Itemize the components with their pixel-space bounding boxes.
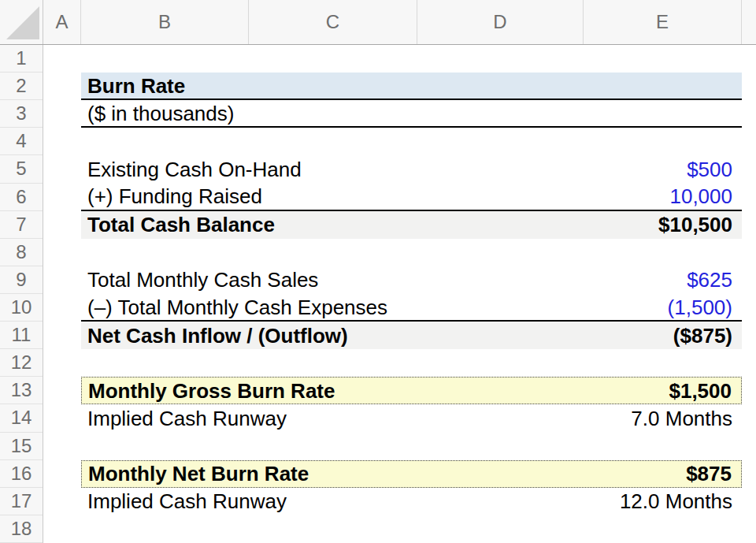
row-header-15[interactable]: 15 <box>0 433 43 460</box>
sheet-row-3: ($ in thousands) <box>43 100 756 128</box>
sheet-row-11: Net Cash Inflow / (Outflow) ($875) <box>43 322 756 349</box>
column-header-filler <box>742 0 756 44</box>
sheet-row-10: (–) Total Monthly Cash Expenses (1,500) <box>43 294 756 322</box>
sheet-row-7: Total Cash Balance $10,500 <box>43 211 756 239</box>
sheet-row-8[interactable] <box>43 239 756 266</box>
row-strip-monthly-expenses: (–) Total Monthly Cash Expenses (1,500) <box>81 294 742 322</box>
sheet-row-17: Implied Cash Runway 12.0 Months <box>43 488 756 515</box>
row-header-1[interactable]: 1 <box>0 45 43 73</box>
row-header-3[interactable]: 3 <box>0 100 43 128</box>
cell-existing-cash-value[interactable]: $500 <box>687 159 742 180</box>
sheet-row-6: (+) Funding Raised 10,000 <box>43 184 756 211</box>
sheet-row-16: Monthly Net Burn Rate $875 <box>43 460 756 488</box>
cell-monthly-sales-value[interactable]: $625 <box>687 270 742 290</box>
row-header-12[interactable]: 12 <box>0 349 43 377</box>
row-header-2[interactable]: 2 <box>0 73 43 100</box>
row-header-9[interactable]: 9 <box>0 266 43 294</box>
row-header-11[interactable]: 11 <box>0 322 43 349</box>
row-header-8[interactable]: 8 <box>0 239 43 266</box>
row-strip-funding-raised: (+) Funding Raised 10,000 <box>81 184 742 211</box>
cell-net-runway-label[interactable]: Implied Cash Runway <box>81 491 620 511</box>
cell-net-runway-value[interactable]: 12.0 Months <box>620 491 742 511</box>
cell-net-cash-value[interactable]: ($875) <box>673 325 742 346</box>
row-header-17[interactable]: 17 <box>0 488 43 515</box>
row-header-7[interactable]: 7 <box>0 211 43 239</box>
cell-gross-burn-value[interactable]: $1,500 <box>669 381 741 401</box>
cell-units-subtitle[interactable]: ($ in thousands) <box>81 103 742 124</box>
row-strip-total-cash: Total Cash Balance $10,500 <box>81 211 742 239</box>
row-header-4[interactable]: 4 <box>0 128 43 155</box>
sheet-row-5: Existing Cash On-Hand $500 <box>43 155 756 183</box>
row-header-14[interactable]: 14 <box>0 404 43 432</box>
column-header-a[interactable]: A <box>43 0 81 44</box>
row-header-6[interactable]: 6 <box>0 184 43 211</box>
sheet-row-1[interactable] <box>43 45 756 73</box>
cell-burn-rate-title[interactable]: Burn Rate <box>81 76 742 96</box>
row-strip-existing-cash: Existing Cash On-Hand $500 <box>81 155 742 183</box>
select-all-triangle-icon <box>6 6 39 39</box>
sheet-row-9: Total Monthly Cash Sales $625 <box>43 266 756 294</box>
column-header-strip: A B C D E <box>0 0 756 45</box>
sheet-row-12[interactable] <box>43 349 756 377</box>
row-strip-net-burn: Monthly Net Burn Rate $875 <box>81 460 742 488</box>
sheet-row-4[interactable] <box>43 128 756 155</box>
sheet-row-2: Burn Rate <box>43 73 756 100</box>
column-header-e[interactable]: E <box>584 0 742 44</box>
column-header-c[interactable]: C <box>249 0 417 44</box>
sheet-body: 1 2 3 4 5 6 7 8 9 10 11 12 13 14 15 16 1… <box>0 45 756 543</box>
row-strip-net-runway: Implied Cash Runway 12.0 Months <box>81 488 742 515</box>
sheet-row-18[interactable] <box>43 515 756 543</box>
cell-gross-runway-value[interactable]: 7.0 Months <box>631 408 742 429</box>
row-strip-title: Burn Rate <box>81 73 742 100</box>
row-strip-net-cash: Net Cash Inflow / (Outflow) ($875) <box>81 322 742 349</box>
cell-total-cash-label[interactable]: Total Cash Balance <box>81 214 658 235</box>
cell-existing-cash-label[interactable]: Existing Cash On-Hand <box>81 159 687 180</box>
cell-net-burn-label[interactable]: Monthly Net Burn Rate <box>82 463 686 484</box>
row-strip-gross-runway: Implied Cash Runway 7.0 Months <box>81 404 742 432</box>
row-header-16[interactable]: 16 <box>0 460 43 488</box>
cell-net-burn-value[interactable]: $875 <box>686 463 741 484</box>
cell-monthly-expenses-label[interactable]: (–) Total Monthly Cash Expenses <box>81 297 668 318</box>
row-strip-gross-burn: Monthly Gross Burn Rate $1,500 <box>81 377 742 404</box>
row-header-5[interactable]: 5 <box>0 155 43 183</box>
cell-total-cash-value[interactable]: $10,500 <box>658 214 742 235</box>
cell-gross-burn-label[interactable]: Monthly Gross Burn Rate <box>82 381 669 401</box>
row-strip-monthly-sales: Total Monthly Cash Sales $625 <box>81 266 742 294</box>
cell-net-cash-label[interactable]: Net Cash Inflow / (Outflow) <box>81 325 673 346</box>
row-number-rail: 1 2 3 4 5 6 7 8 9 10 11 12 13 14 15 16 1… <box>0 45 43 543</box>
cell-grid: Burn Rate ($ in thousands) Existing Cash… <box>43 45 756 543</box>
column-header-b[interactable]: B <box>81 0 249 44</box>
sheet-row-15[interactable] <box>43 433 756 460</box>
cell-gross-runway-label[interactable]: Implied Cash Runway <box>81 408 631 429</box>
cell-funding-raised-value[interactable]: 10,000 <box>669 186 742 206</box>
cell-funding-raised-label[interactable]: (+) Funding Raised <box>81 186 669 206</box>
cell-monthly-expenses-value[interactable]: (1,500) <box>668 297 742 318</box>
sheet-row-14: Implied Cash Runway 7.0 Months <box>43 404 756 432</box>
row-header-18[interactable]: 18 <box>0 515 43 543</box>
row-header-10[interactable]: 10 <box>0 294 43 322</box>
column-header-d[interactable]: D <box>417 0 584 44</box>
sheet-row-13: Monthly Gross Burn Rate $1,500 <box>43 377 756 404</box>
cell-monthly-sales-label[interactable]: Total Monthly Cash Sales <box>81 270 687 290</box>
row-header-13[interactable]: 13 <box>0 377 43 404</box>
row-strip-subtitle: ($ in thousands) <box>81 100 742 128</box>
spreadsheet: A B C D E 1 2 3 4 5 6 7 8 9 10 11 12 13 … <box>0 0 756 543</box>
select-all-corner[interactable] <box>0 0 43 44</box>
